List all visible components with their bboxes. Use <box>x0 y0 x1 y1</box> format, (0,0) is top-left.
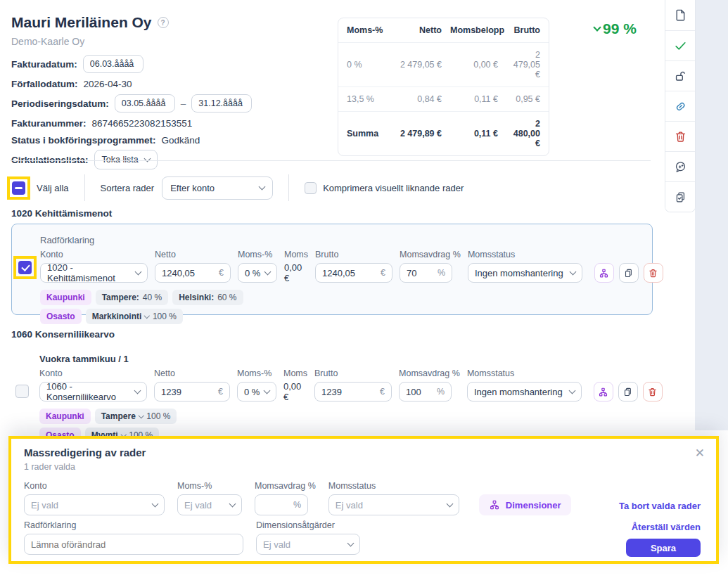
trash-icon <box>674 130 687 143</box>
brutto-label: Brutto <box>315 250 392 259</box>
netto-input[interactable]: € <box>155 263 231 283</box>
compress-rows-checkbox[interactable] <box>305 182 317 194</box>
dimension-tag[interactable]: Tampere:40 % <box>96 290 169 305</box>
moms-pct-select[interactable]: 0 % <box>238 263 277 283</box>
match-percentage-value: 99 % <box>603 20 637 37</box>
mass-radforklaring-input[interactable] <box>24 534 243 555</box>
mass-dimension-actions-select[interactable]: Ej vald <box>256 534 360 555</box>
row-checkbox[interactable] <box>15 385 29 398</box>
chevron-down-icon <box>144 313 150 319</box>
brutto-label: Brutto <box>314 368 392 378</box>
mass-konto-label: Konto <box>24 481 165 491</box>
trash-icon <box>647 387 658 397</box>
table-total-row: Summa 2 479,89 € 0,11 € 2 480,00 € <box>338 111 549 155</box>
dimension-tag[interactable]: Helsinki:60 % <box>172 290 243 305</box>
mass-moms-select[interactable]: Ej vald <box>177 494 242 515</box>
help-icon[interactable]: ? <box>158 17 169 28</box>
netto-label: Netto <box>154 368 230 378</box>
account-group-title: 1060 Konserniliikearvo <box>11 329 115 340</box>
approve-button[interactable] <box>665 30 695 60</box>
copy-button[interactable] <box>665 181 695 212</box>
due-date-value: 2026-04-30 <box>84 79 132 89</box>
select-all-label: Välj alla <box>37 183 69 193</box>
duplicate-row-button[interactable] <box>618 382 638 402</box>
row-checkbox[interactable] <box>18 261 32 274</box>
dimensions-button[interactable] <box>594 263 614 283</box>
mass-radforklaring-label: Radförklaring <box>24 520 243 530</box>
hierarchy-icon <box>489 499 500 510</box>
momsstatus-select[interactable]: Ingen momshantering <box>468 263 582 283</box>
mass-edit-title: Massredigering av rader <box>24 447 146 458</box>
chevron-down-icon <box>134 387 141 394</box>
trash-icon <box>648 268 658 278</box>
moms-label: Moms <box>284 250 308 259</box>
sort-rows-select[interactable]: Efter konto <box>162 176 273 200</box>
due-date-label: Förfallodatum: <box>11 79 78 89</box>
konto-select[interactable]: 1020 - Kehittämismenot <box>40 263 148 283</box>
section-divider <box>10 160 651 161</box>
invoice-header: Mauri Meriläinen Oy ? Demo-Kaarle Oy Fak… <box>11 14 335 169</box>
moms-pct-label: Moms-% <box>238 250 277 259</box>
close-icon[interactable]: ✕ <box>695 446 705 461</box>
chevron-down-icon <box>259 183 266 190</box>
dimensioner-button[interactable]: Dimensioner <box>479 494 571 515</box>
momsavdrag-input[interactable]: % <box>399 382 452 402</box>
delete-button[interactable] <box>665 121 695 151</box>
dimension-tag[interactable]: Markkinointi100 % <box>86 309 183 324</box>
circulation-list-select[interactable]: Toka lista <box>94 150 158 169</box>
save-button[interactable]: Spara <box>626 539 701 557</box>
hierarchy-icon <box>599 268 609 278</box>
copy-icon <box>622 387 633 397</box>
unlock-button[interactable] <box>665 60 695 91</box>
mass-konto-select[interactable]: Ej vald <box>24 494 165 515</box>
dimension-tag[interactable]: Tampere100 % <box>95 409 177 424</box>
mass-momsstatus-label: Momsstatus <box>328 481 459 491</box>
konto-select[interactable]: 1060 - Konserniliikearvo <box>39 382 147 402</box>
mass-dimension-actions-label: Dimensionsåtgärder <box>256 520 360 530</box>
dimension-tag-category[interactable]: Kaupunki <box>39 409 91 424</box>
sort-rows-label: Sortera rader <box>101 183 155 193</box>
delete-row-button[interactable] <box>644 263 663 283</box>
invoice-date-field[interactable] <box>83 55 143 73</box>
moms-value: 0,00 € <box>284 263 308 283</box>
chevron-down-icon <box>229 500 236 507</box>
momsstatus-select[interactable]: Ingen momshantering <box>467 382 582 402</box>
check-icon <box>674 39 687 53</box>
duplicate-row-button[interactable] <box>619 263 639 283</box>
dimensions-button[interactable] <box>594 382 613 402</box>
link-icon <box>674 100 687 113</box>
remove-selected-rows-link[interactable]: Ta bort valda rader <box>619 501 701 511</box>
chevron-down-icon <box>568 387 575 394</box>
netto-input[interactable]: € <box>154 382 230 402</box>
table-row: 13,5 % 0,84 € 0,11 € 0,95 € <box>338 86 549 111</box>
brutto-input[interactable]: € <box>314 382 392 402</box>
reset-values-link[interactable]: Återställ värden <box>632 522 701 532</box>
mass-edit-panel: Massredigering av rader 1 rader valda ✕ … <box>8 436 719 564</box>
status-label: Status i bokföringsprogrammet: <box>11 135 156 146</box>
chevron-down-icon <box>135 268 142 275</box>
moms-label: Moms <box>283 368 307 378</box>
invoice-date-label: Fakturadatum: <box>11 59 77 70</box>
dimension-tag-category[interactable]: Osasto <box>40 309 82 324</box>
accrual-start-field[interactable] <box>115 94 175 113</box>
mass-momsstatus-select[interactable]: Ej vald <box>328 494 459 515</box>
vat-col-brutto: Brutto <box>506 18 549 42</box>
chevron-down-icon <box>139 413 144 418</box>
momsavdrag-input[interactable]: % <box>400 263 452 283</box>
dimension-tag-category[interactable]: Kaupunki <box>40 290 91 305</box>
match-percentage-badge[interactable]: 99 % <box>594 20 637 37</box>
document-button[interactable] <box>665 0 695 30</box>
accrual-end-field[interactable] <box>191 94 252 113</box>
mass-momsavdrag-input[interactable]: % <box>255 494 308 515</box>
link-button[interactable] <box>665 91 695 121</box>
moms-pct-select[interactable]: 0 % <box>237 382 276 402</box>
vat-col-momsbelopp: Momsbelopp <box>450 18 506 42</box>
chevron-down-icon <box>152 500 159 507</box>
select-all-checkbox[interactable] <box>12 181 25 195</box>
annotation-highlight <box>7 176 30 200</box>
delete-row-button[interactable] <box>643 382 663 402</box>
brutto-input[interactable]: € <box>315 263 392 283</box>
comment-button[interactable] <box>665 151 695 181</box>
chevron-down-icon <box>569 268 576 275</box>
toolbar-separator <box>288 174 289 201</box>
